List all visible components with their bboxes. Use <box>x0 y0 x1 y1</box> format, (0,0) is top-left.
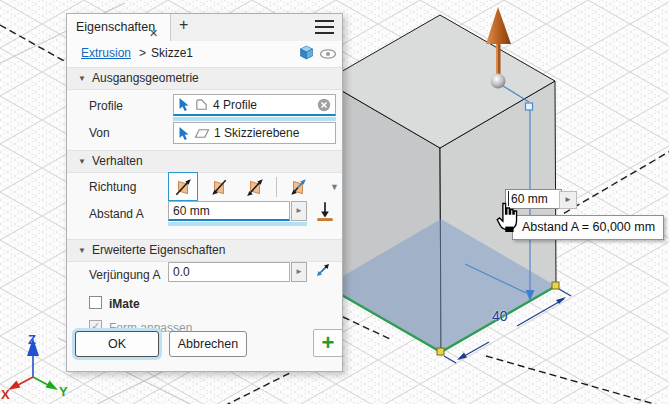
direction-symmetric-icon <box>245 177 265 197</box>
tab-title: Eigenschaften <box>76 20 155 34</box>
direction-flipped-icon <box>209 177 229 197</box>
collapse-icon[interactable]: ▼ <box>78 151 86 172</box>
breadcrumb-sketch: Skizze1 <box>151 46 193 60</box>
from-label: Von <box>89 126 110 140</box>
section-title: Verhalten <box>92 151 143 172</box>
properties-panel: Eigenschaften ✕ + Extrusion > Skizze1 ▼ … <box>66 13 343 372</box>
distance-tooltip: Abstand A = 60,000 mm <box>512 215 664 240</box>
select-cursor-icon <box>178 126 190 141</box>
width-dimension-label[interactable]: 40 <box>492 308 508 324</box>
clear-selection-icon[interactable] <box>317 98 331 112</box>
x-axis-arrow <box>8 381 20 391</box>
from-value: 1 Skizzierebene <box>214 126 331 140</box>
direction-symmetric-button[interactable] <box>240 172 270 201</box>
direction-asymmetric-icon <box>288 177 308 197</box>
taper-angle-icon[interactable] <box>313 260 333 280</box>
distance-highlight-bar <box>168 222 307 226</box>
cancel-button[interactable]: Abbrechen <box>169 331 247 357</box>
section-header-advanced[interactable]: ▼ Erweiterte Eigenschaften <box>67 239 342 262</box>
profile-highlight-bar <box>173 117 336 121</box>
distance-value: 60 mm <box>173 204 210 218</box>
distance-label: Abstand A <box>89 207 144 221</box>
profile-label: Profile <box>89 99 123 113</box>
distance-expander-button[interactable]: ► <box>291 201 307 221</box>
x-axis-label: X <box>1 387 10 400</box>
direction-label: Richtung <box>89 180 136 194</box>
solid-cube-icon[interactable] <box>298 44 315 61</box>
from-field[interactable]: 1 Skizzierebene <box>173 122 336 144</box>
tab-eigenschaften[interactable]: Eigenschaften ✕ <box>67 14 171 41</box>
flip-direction-icon[interactable] <box>314 200 336 222</box>
direction-flipped-button[interactable] <box>204 172 234 201</box>
chevron-down-icon[interactable]: ▼ <box>330 182 339 192</box>
add-feature-button[interactable]: + <box>313 329 343 357</box>
taper-label: Verjüngung A <box>89 268 160 282</box>
section-title: Ausgangsgeometrie <box>92 68 199 89</box>
select-cursor-icon <box>178 97 190 112</box>
breadcrumb-separator: > <box>139 46 146 60</box>
section-header-geometry[interactable]: ▼ Ausgangsgeometrie <box>67 67 342 90</box>
profile-field[interactable]: 4 Profile <box>173 94 336 116</box>
taper-expander-button[interactable]: ► <box>291 262 307 282</box>
sketch-plane-icon <box>194 126 210 141</box>
z-axis-label: Z <box>28 332 36 347</box>
ok-button[interactable]: OK <box>75 331 159 357</box>
imate-checkbox[interactable] <box>89 296 102 309</box>
imate-label: iMate <box>109 297 140 311</box>
breadcrumb-feature-link[interactable]: Extrusion <box>81 46 131 60</box>
hand-cursor-icon <box>496 202 520 232</box>
profile-value: 4 Profile <box>213 98 313 112</box>
collapse-icon[interactable]: ▼ <box>78 240 86 261</box>
y-axis-label: Y <box>59 384 68 399</box>
direction-button-group <box>168 172 313 201</box>
profile-shape-icon <box>194 97 209 112</box>
collapse-icon[interactable]: ▼ <box>78 68 86 89</box>
canvas-expander-button[interactable]: ► <box>559 191 577 209</box>
section-header-behavior[interactable]: ▼ Verhalten <box>67 150 342 173</box>
divider <box>276 177 277 197</box>
add-tab-button[interactable]: + <box>179 16 188 34</box>
direction-default-icon <box>173 177 193 197</box>
axes-triad: Z X Y <box>0 330 74 400</box>
sketch-vertex[interactable] <box>437 348 444 355</box>
breadcrumb: Extrusion > Skizze1 <box>67 41 342 67</box>
taper-value: 0.0 <box>173 265 190 279</box>
direction-default-button[interactable] <box>168 172 198 201</box>
tab-bar: Eigenschaften ✕ + <box>67 14 342 42</box>
taper-input[interactable]: 0.0 <box>168 262 290 282</box>
eye-icon[interactable] <box>319 48 337 60</box>
distance-input[interactable]: 60 mm <box>168 201 290 221</box>
section-title: Erweiterte Eigenschaften <box>92 240 225 261</box>
menu-icon[interactable] <box>315 20 334 34</box>
direction-asymmetric-button[interactable] <box>283 172 313 201</box>
y-axis-arrow <box>46 381 58 391</box>
sketch-vertex[interactable] <box>552 282 559 289</box>
manipulator-sphere[interactable] <box>491 74 506 89</box>
